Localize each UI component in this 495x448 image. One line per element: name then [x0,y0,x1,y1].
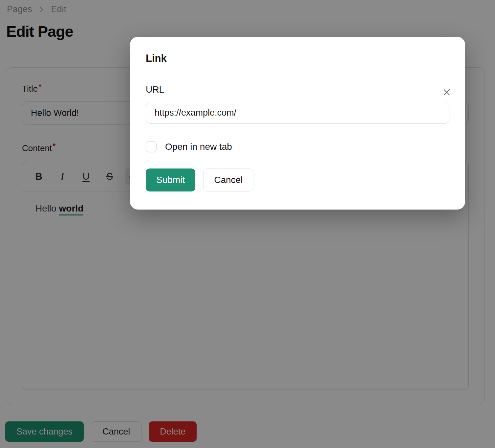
link-modal: Link URL Open in new tab Submit Cancel [130,37,465,210]
open-new-tab-label[interactable]: Open in new tab [165,142,232,152]
open-new-tab-checkbox[interactable] [146,141,157,152]
modal-cancel-button[interactable]: Cancel [203,168,253,191]
url-input[interactable] [146,102,449,123]
close-icon [441,87,452,99]
close-button[interactable] [440,86,453,99]
submit-button[interactable]: Submit [146,168,195,191]
modal-actions: Submit Cancel [146,168,449,191]
url-label: URL [146,84,449,95]
modal-title: Link [146,53,449,64]
open-new-tab-row: Open in new tab [146,141,449,152]
